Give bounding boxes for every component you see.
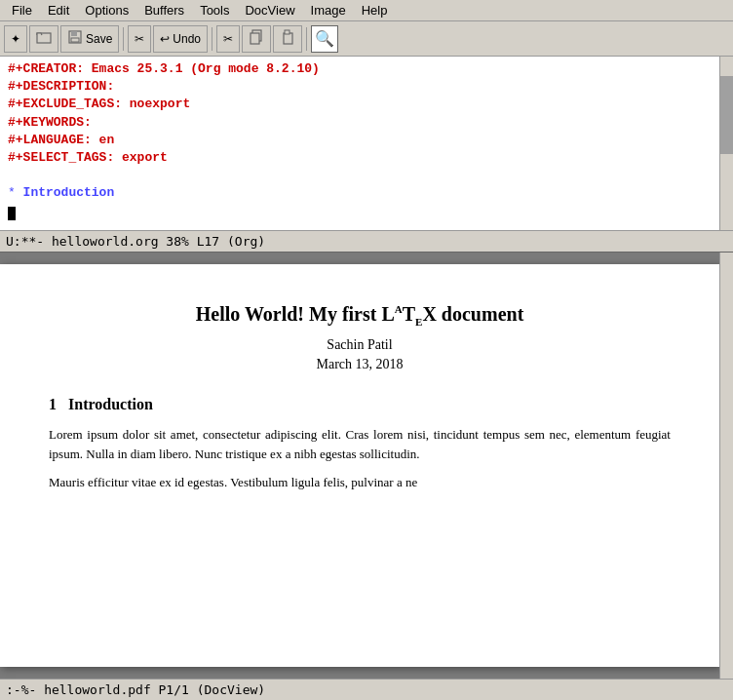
pdf-area: Hello World! My first LATEX document Sac… — [0, 253, 733, 700]
line-cursor — [8, 203, 715, 220]
menu-edit[interactable]: Edit — [40, 1, 77, 19]
pdf-status-bar: :-%- helloworld.pdf P1/1 (DocView) — [0, 679, 733, 700]
toolbar-separator-2 — [212, 27, 212, 51]
svg-rect-3 — [71, 38, 79, 42]
open-button[interactable] — [29, 25, 58, 53]
pdf-scrollbar[interactable] — [719, 253, 733, 679]
line-blank1 — [8, 167, 715, 184]
menu-buffers[interactable]: Buffers — [136, 1, 192, 19]
cut-button[interactable]: ✂ — [128, 25, 151, 53]
section-number: 1 — [49, 396, 57, 412]
pdf-author: Sachin Patil — [49, 337, 671, 353]
pdf-page: Hello World! My first LATEX document Sac… — [0, 264, 719, 667]
keyword-creator: #+CREATOR: Emacs 25.3.1 (Org mode 8.2.10… — [8, 61, 320, 76]
pdf-section-heading: 1 Introduction — [49, 396, 671, 413]
heading-star: * — [8, 185, 23, 200]
keyword-keywords: #+KEYWORDS: — [8, 115, 92, 130]
menu-tools[interactable]: Tools — [192, 1, 237, 19]
menu-docview[interactable]: DocView — [237, 1, 302, 19]
editor-area: #+CREATOR: Emacs 25.3.1 (Org mode 8.2.10… — [0, 57, 733, 252]
scissors-icon: ✂ — [223, 32, 233, 46]
cut2-button[interactable]: ✂ — [216, 25, 240, 53]
paste-icon — [280, 29, 295, 48]
cut-icon: ✂ — [135, 32, 144, 46]
line-creator: #+CREATOR: Emacs 25.3.1 (Org mode 8.2.10… — [8, 60, 715, 78]
new-button[interactable]: ✦ — [4, 25, 27, 53]
menu-image[interactable]: Image — [303, 1, 354, 19]
svg-rect-5 — [251, 33, 259, 44]
section-title: Introduction — [68, 396, 153, 412]
pdf-body-2: Mauris efficitur vitae ex id egestas. Ve… — [49, 473, 671, 492]
editor-scrollbar[interactable] — [719, 57, 733, 230]
svg-rect-2 — [71, 31, 77, 36]
copy-button[interactable] — [242, 25, 271, 53]
editor-status-bar: U:**- helloworld.org 38% L17 (Org) — [0, 230, 733, 252]
line-keywords: #+KEYWORDS: — [8, 114, 715, 132]
open-icon — [36, 29, 52, 48]
undo-label: Undo — [173, 32, 201, 46]
new-icon: ✦ — [11, 32, 20, 46]
pdf-status-text: :-%- helloworld.pdf P1/1 (DocView) — [6, 682, 265, 697]
editor-scrollbar-thumb[interactable] — [720, 76, 733, 154]
line-language: #+LANGUAGE: en — [8, 132, 715, 149]
toolbar: ✦ Save ✂ ↩ Undo ✂ 🔍 — [0, 21, 733, 57]
keyword-description: #+DESCRIPTION: — [8, 79, 114, 94]
undo-icon: ↩ — [160, 32, 170, 46]
save-button[interactable]: Save — [60, 25, 119, 53]
copy-icon — [249, 29, 264, 48]
pdf-title: Hello World! My first LATEX document — [49, 303, 671, 328]
svg-rect-6 — [284, 33, 292, 44]
line-heading: * Introduction — [8, 184, 715, 202]
line-selecttags: #+SELECT_TAGS: export — [8, 149, 715, 167]
line-blank2 — [8, 220, 715, 230]
line-exclude: #+EXCLUDE_TAGS: noexport — [8, 96, 715, 113]
toolbar-separator-3 — [306, 27, 307, 51]
editor-content[interactable]: #+CREATOR: Emacs 25.3.1 (Org mode 8.2.10… — [0, 57, 719, 230]
undo-button[interactable]: ↩ Undo — [153, 25, 208, 53]
save-label: Save — [86, 32, 112, 46]
menu-options[interactable]: Options — [77, 1, 136, 19]
line-description: #+DESCRIPTION: — [8, 78, 715, 96]
toolbar-separator-1 — [123, 27, 124, 51]
svg-rect-7 — [285, 30, 289, 34]
keyword-exclude: #+EXCLUDE_TAGS: noexport — [8, 97, 190, 111]
pdf-wrapper: Hello World! My first LATEX document Sac… — [0, 253, 733, 679]
search-icon: 🔍 — [315, 29, 334, 48]
pdf-body-1: Lorem ipsum dolor sit amet, consectetur … — [49, 425, 671, 463]
text-cursor — [8, 207, 16, 220]
editor-status-text: U:**- helloworld.org 38% L17 (Org) — [6, 234, 265, 249]
heading-text: Introduction — [23, 185, 115, 200]
keyword-language: #+LANGUAGE: en — [8, 133, 114, 147]
search-button[interactable]: 🔍 — [311, 25, 338, 53]
menu-help[interactable]: Help — [354, 1, 396, 19]
menu-file[interactable]: File — [4, 1, 40, 19]
paste-button[interactable] — [273, 25, 302, 53]
menubar: File Edit Options Buffers Tools DocView … — [0, 0, 733, 21]
pdf-date: March 13, 2018 — [49, 357, 671, 372]
keyword-selecttags: #+SELECT_TAGS: export — [8, 150, 168, 165]
save-icon — [67, 29, 83, 48]
